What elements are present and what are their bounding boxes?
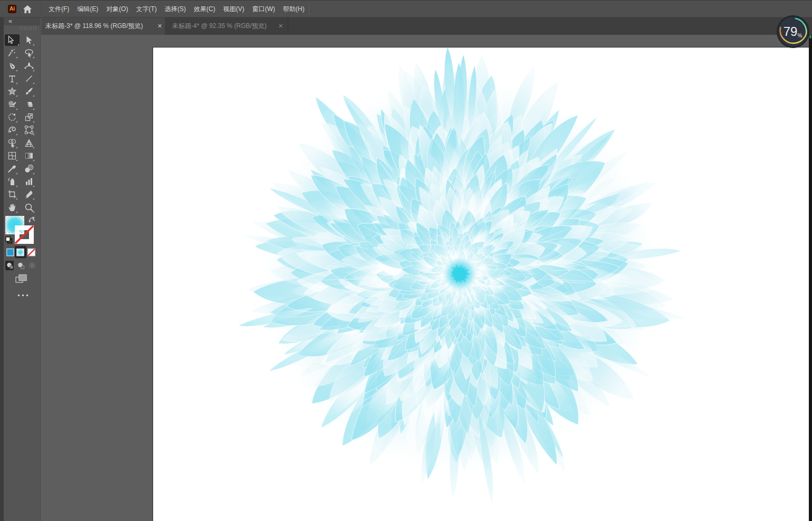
svg-text:79: 79 xyxy=(783,24,798,39)
svg-text:%: % xyxy=(798,33,802,39)
